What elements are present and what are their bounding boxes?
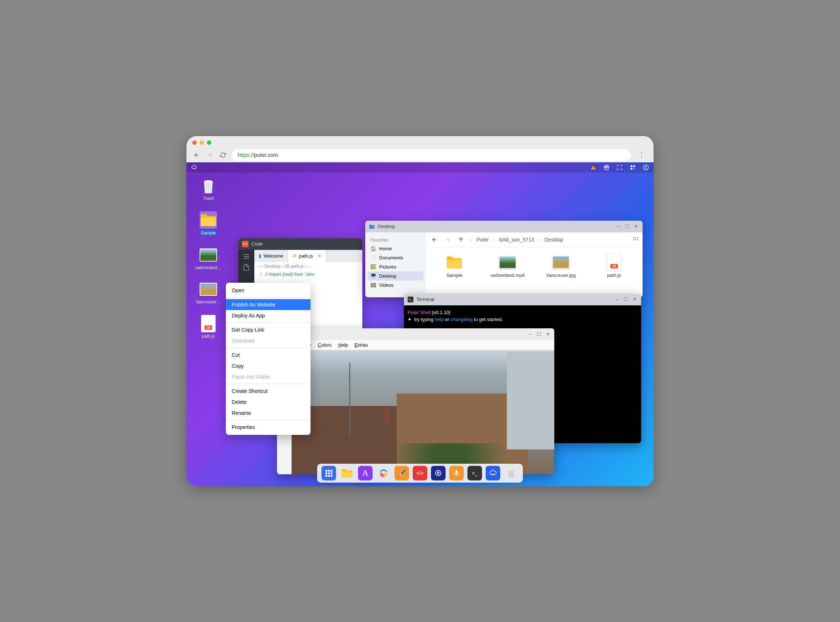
window-close-button[interactable]	[192, 140, 197, 145]
user-icon[interactable]	[643, 164, 649, 171]
ctx-properties[interactable]: Properties	[226, 422, 311, 433]
tab-close-icon[interactable]: ✕	[317, 253, 322, 259]
fm-file-vancouver[interactable]: Vancouver.jpg	[543, 254, 579, 291]
address-bar[interactable]: https://puter.com	[232, 149, 631, 161]
fm-close-button[interactable]: ✕	[633, 224, 639, 229]
tab-welcome[interactable]: ▮Welcome	[255, 250, 288, 262]
term-close-button[interactable]: ✕	[632, 297, 637, 302]
desktop-icon-pathjs[interactable]: path.js	[194, 315, 223, 339]
dock-paint[interactable]: 🖌️	[395, 466, 409, 480]
img-menu-colors[interactable]: Colors	[318, 342, 332, 348]
file-manager-window: Desktop ─ ☐ ✕ Favorites 🏠Home 📄Documents…	[365, 221, 643, 297]
fm-up-button[interactable]	[456, 235, 466, 245]
fm-file-sample[interactable]: Sample	[436, 254, 473, 291]
ctx-paste[interactable]: Paste Into Folder	[226, 371, 311, 382]
code-breadcrumb[interactable]: ~ › Desktop › JS path.js › …	[255, 262, 362, 270]
fm-titlebar[interactable]: Desktop ─ ☐ ✕	[365, 221, 643, 232]
puter-logo-icon[interactable]	[191, 164, 197, 171]
fm-sidebar-home[interactable]: 🏠Home	[367, 244, 424, 253]
dock-text[interactable]: A	[358, 466, 373, 480]
ctx-shortcut[interactable]: Create Shortcut	[226, 386, 311, 396]
files-icon[interactable]	[242, 264, 250, 271]
dock-voice[interactable]	[449, 466, 464, 480]
fm-file-grid[interactable]: Sample switzerland.mp4 Vancouver.jpg pat…	[426, 248, 643, 297]
dock: A 🖌️ </> >_	[317, 463, 523, 483]
desktop[interactable]: Trash Sample switzerland… Vancouver… pat…	[186, 162, 654, 486]
ctx-copy-link[interactable]: Get Copy Link	[226, 324, 311, 335]
fm-sidebar-pictures[interactable]: 🖼️Pictures	[367, 262, 424, 271]
dock-apps[interactable]	[322, 466, 336, 480]
ctx-delete[interactable]: Delete	[226, 396, 311, 407]
fm-forward-button[interactable]	[443, 235, 453, 245]
fm-view-toggle[interactable]	[633, 236, 639, 243]
dock-code[interactable]: </>	[413, 466, 427, 480]
ctx-publish-website[interactable]: Publish As Website	[226, 299, 311, 310]
img-close-button[interactable]: ✕	[545, 331, 550, 337]
documents-icon: 📄	[370, 255, 376, 261]
ctx-open[interactable]: Open	[226, 285, 311, 296]
fm-file-switzerland[interactable]: switzerland.mp4	[489, 254, 526, 291]
dock-files[interactable]	[340, 466, 354, 480]
fm-title-text: Desktop	[378, 224, 395, 229]
img-maximize-button[interactable]: ☐	[536, 331, 542, 337]
img-menubar: View Image Colors Help Extras	[277, 340, 554, 350]
desktop-icons: Trash Sample switzerland… Vancouver… pat…	[194, 177, 223, 339]
term-titlebar[interactable]: >_ Terminal ─ ☐ ✕	[404, 294, 641, 305]
desktop-icon-sample[interactable]: Sample	[194, 211, 223, 236]
desktop-icon-vancouver[interactable]: Vancouver…	[194, 281, 223, 305]
fm-sidebar-videos[interactable]: 🎞️Videos	[367, 281, 424, 290]
ctx-cut[interactable]: Cut	[226, 349, 311, 360]
warning-icon[interactable]	[590, 164, 597, 171]
svg-rect-10	[633, 237, 634, 238]
fm-file-pathjs[interactable]: path.js	[596, 254, 633, 291]
tab-pathjs[interactable]: JSpath.js✕	[288, 250, 326, 262]
dock-puter[interactable]	[486, 466, 500, 480]
fm-crumb[interactable]: bold_sun_5713	[497, 236, 537, 244]
term-minimize-button[interactable]: ─	[614, 297, 620, 302]
browser-back-button[interactable]	[192, 151, 201, 159]
fm-back-button[interactable]	[430, 235, 440, 245]
menubar	[186, 162, 654, 172]
dock-3d[interactable]	[376, 466, 391, 480]
gift-icon[interactable]	[603, 164, 610, 171]
fm-minimize-button[interactable]: ─	[616, 224, 621, 229]
img-titlebar[interactable]: er.jpg ─ ☐ ✕	[277, 328, 554, 340]
fm-crumb[interactable]: Desktop	[542, 236, 565, 244]
desktop-icon-trash[interactable]: Trash	[194, 177, 223, 201]
fm-sidebar-documents[interactable]: 📄Documents	[367, 253, 424, 262]
dock-terminal[interactable]: >_	[467, 466, 482, 480]
window-maximize-button[interactable]	[207, 140, 211, 145]
dock-trash[interactable]	[504, 466, 518, 480]
ctx-rename[interactable]: Rename	[226, 407, 311, 418]
ctx-copy[interactable]: Copy	[226, 360, 311, 371]
ctx-deploy-app[interactable]: Deploy As App	[226, 310, 311, 321]
browser-reload-button[interactable]	[219, 151, 227, 159]
dock-camera[interactable]	[431, 466, 445, 480]
fm-maximize-button[interactable]: ☐	[624, 224, 630, 229]
svg-point-8	[645, 166, 647, 168]
desktop-icon-switzerland[interactable]: switzerland…	[194, 246, 223, 270]
device-frame: https://puter.com ⋮ Trash	[186, 136, 654, 486]
code-app-icon: </>	[242, 241, 248, 247]
fullscreen-icon[interactable]	[616, 164, 623, 171]
fm-sidebar: Favorites 🏠Home 📄Documents 🖼️Pictures 🖥️…	[365, 232, 426, 297]
img-minimize-button[interactable]: ─	[527, 331, 533, 337]
img-menu-help[interactable]: Help	[338, 342, 348, 348]
svg-rect-23	[328, 475, 330, 477]
img-canvas[interactable]	[291, 350, 554, 474]
fm-crumb[interactable]: Puter	[474, 236, 491, 244]
folder-icon	[445, 254, 464, 270]
img-menu-extras[interactable]: Extras	[354, 342, 368, 348]
svg-rect-13	[633, 239, 634, 241]
term-maximize-button[interactable]: ☐	[623, 297, 629, 302]
browser-forward-button[interactable]	[206, 151, 214, 159]
desktop-icon-label: Vancouver…	[196, 299, 221, 305]
svg-rect-12	[637, 237, 638, 238]
qr-icon[interactable]	[630, 164, 636, 171]
window-minimize-button[interactable]	[200, 140, 204, 145]
fm-sidebar-desktop[interactable]: 🖥️Desktop	[367, 271, 424, 281]
menu-icon[interactable]	[242, 253, 250, 260]
browser-menu-button[interactable]: ⋮	[635, 151, 648, 159]
ctx-download[interactable]: Download	[226, 335, 311, 346]
code-titlebar[interactable]: </> Code	[238, 238, 362, 250]
